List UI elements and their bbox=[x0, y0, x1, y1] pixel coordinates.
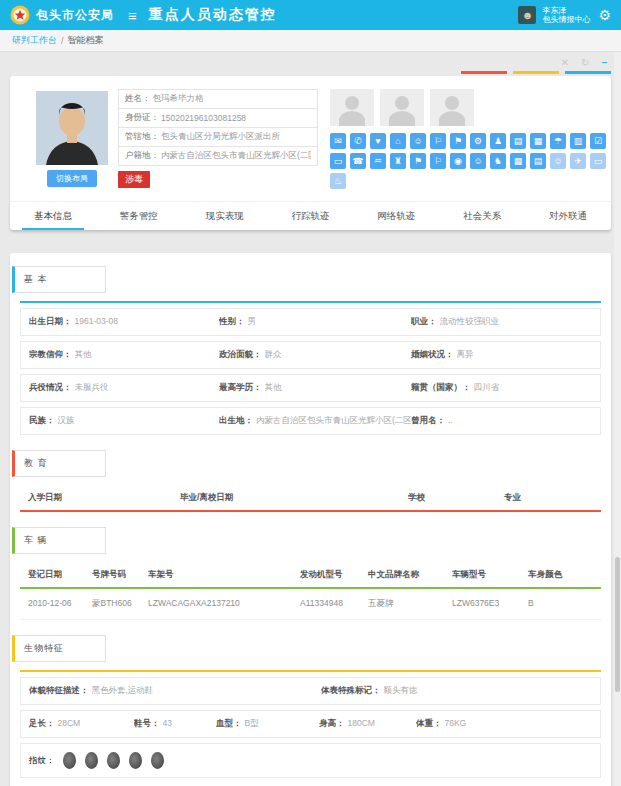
person2-icon[interactable]: ☺ bbox=[470, 153, 486, 169]
car-icon[interactable]: ⚐ bbox=[430, 153, 446, 169]
graduation-icon[interactable]: ⚑ bbox=[450, 133, 466, 149]
collapse-icon[interactable]: – bbox=[601, 58, 607, 68]
expand-icon[interactable]: ✕ bbox=[561, 58, 569, 68]
tab-reality-performance[interactable]: 现实表现 bbox=[182, 202, 268, 230]
basic-row: 民族：汉族 出生地：内蒙古自治区包头市青山区光辉小区(二区)-1-86 曾用名：… bbox=[20, 407, 601, 435]
gender-label: 性别： bbox=[219, 316, 245, 328]
truck2-icon[interactable]: ▤ bbox=[530, 153, 546, 169]
tab-movement-track[interactable]: 行踪轨迹 bbox=[268, 202, 354, 230]
person-light-icon[interactable]: ☺ bbox=[550, 153, 566, 169]
car-front-icon[interactable]: ⚙ bbox=[470, 133, 486, 149]
former-name-value: .. bbox=[448, 415, 453, 427]
cup-icon[interactable]: ♨ bbox=[330, 173, 346, 189]
fingerprint-thumbnail[interactable] bbox=[107, 752, 120, 769]
group-icon[interactable]: ☺ bbox=[410, 133, 426, 149]
check-square-icon[interactable]: ☑ bbox=[590, 133, 606, 149]
religion-value: 其他 bbox=[75, 349, 92, 361]
birth-date-label: 出生日期： bbox=[29, 316, 72, 328]
vehicle-table-header: 登记日期 号牌号码 车架号 发动机型号 中文品牌名称 车辆型号 车身颜色 bbox=[20, 562, 601, 589]
blood-type-label: 血型： bbox=[216, 718, 242, 730]
section-education: 教 育 入学日期 毕业/离校日期 学校 专业 bbox=[10, 450, 611, 512]
tab-basic-info[interactable]: 基本信息 bbox=[10, 202, 96, 230]
color-tab-strip bbox=[10, 71, 611, 74]
fingerprint-thumbnail[interactable] bbox=[63, 752, 76, 769]
birth-place-label: 出生地： bbox=[219, 415, 253, 427]
fingerprint-thumbnail[interactable] bbox=[85, 752, 98, 769]
wifi-icon[interactable]: ☂ bbox=[550, 133, 566, 149]
id-card-icon[interactable]: ▭ bbox=[330, 153, 346, 169]
vertical-scrollbar[interactable] bbox=[614, 52, 621, 786]
disc-icon[interactable]: ◉ bbox=[450, 153, 466, 169]
appearance-value: 黑色外套,运动鞋 bbox=[92, 685, 154, 697]
linked-photo-placeholder[interactable] bbox=[330, 89, 374, 126]
truck-icon[interactable]: ⚑ bbox=[410, 153, 426, 169]
scrollbar-thumb[interactable] bbox=[615, 557, 620, 692]
military-service-label: 兵役情况： bbox=[29, 382, 72, 394]
switch-layout-button[interactable]: 切换布局 bbox=[47, 170, 97, 187]
col-color: 车身颜色 bbox=[528, 569, 593, 581]
linked-photo-placeholder[interactable] bbox=[380, 89, 424, 126]
foot-length-value: 28CM bbox=[58, 718, 81, 730]
fingerprint-thumbnail[interactable] bbox=[129, 752, 142, 769]
vehicle-reg-date: 2010-12-06 bbox=[28, 598, 92, 610]
photo-column: 切换布局 bbox=[26, 89, 118, 193]
image-icon[interactable]: ▦ bbox=[530, 133, 546, 149]
police-badge-icon bbox=[10, 5, 30, 25]
profile-fields: 姓名： 包玛希毕力格 身份证： 150202196103081258 管辖地： … bbox=[118, 89, 318, 193]
breadcrumb-parent-link[interactable]: 研判工作台 bbox=[12, 34, 57, 47]
height-value: 180CM bbox=[348, 718, 375, 730]
id-label: 身份证： bbox=[125, 112, 159, 124]
refresh-icon[interactable]: ↻ bbox=[581, 58, 589, 68]
vehicle-color: B bbox=[528, 598, 593, 610]
user-info[interactable]: 李东泽 包头情报中心 bbox=[542, 6, 590, 24]
blue-tab-bar[interactable] bbox=[565, 71, 611, 74]
org-name: 包头市公安局 bbox=[36, 7, 114, 24]
chat-icon[interactable]: ✉ bbox=[330, 133, 346, 149]
phone-call-icon[interactable]: ☎ bbox=[350, 153, 366, 169]
bank-icon[interactable]: ▥ bbox=[570, 133, 586, 149]
signal-icon[interactable]: ♒ bbox=[370, 153, 386, 169]
red-tab-bar[interactable] bbox=[461, 71, 507, 74]
vehicle-vin: LZWACAGAXA2137210 bbox=[148, 598, 300, 610]
police-car-icon[interactable]: ♜ bbox=[390, 153, 406, 169]
basic-row: 出生日期：1961-03-08 性别：男 职业：流动性较强职业 bbox=[20, 308, 601, 336]
user-avatar[interactable]: ☻ bbox=[518, 6, 536, 24]
bus-icon[interactable]: ▭ bbox=[590, 153, 606, 169]
fingerprint-thumbnail[interactable] bbox=[151, 752, 164, 769]
section-education-title: 教 育 bbox=[12, 450, 106, 477]
tab-social-relations[interactable]: 社会关系 bbox=[439, 202, 525, 230]
col-engine: 发动机型号 bbox=[300, 569, 368, 581]
household-value: 内蒙古自治区包头市青山区光辉小区(二区)-1-86 bbox=[161, 150, 311, 162]
plane-icon[interactable]: ✈ bbox=[570, 153, 586, 169]
col-model: 车辆型号 bbox=[452, 569, 528, 581]
detail-card: 基 本 出生日期：1961-03-08 性别：男 职业：流动性较强职业 宗教信仰… bbox=[10, 253, 611, 786]
settings-gear-icon[interactable]: ⚙ bbox=[598, 7, 611, 23]
car-alert-icon[interactable]: ♞ bbox=[490, 153, 506, 169]
education-level-value: 其他 bbox=[265, 382, 282, 394]
person-photo[interactable] bbox=[36, 91, 108, 165]
phone-icon[interactable]: ✆ bbox=[350, 133, 366, 149]
tab-police-control[interactable]: 警务管控 bbox=[96, 202, 182, 230]
tab-external-contact[interactable]: 对外联通 bbox=[525, 202, 611, 230]
linked-photo-placeholder[interactable] bbox=[430, 89, 474, 126]
basic-row: 宗教信仰：其他 政治面貌：群众 婚姻状况：离异 bbox=[20, 341, 601, 369]
top-bar: 包头市公安局 ≡ 重点人员动态管控 ☻ 李东泽 包头情报中心 ⚙ bbox=[0, 0, 621, 30]
keyboard-icon[interactable]: ▦ bbox=[510, 153, 526, 169]
section-biometric-body: 体貌特征描述：黑色外套,运动鞋 体表特殊标记：额头有痣 足长：28CM 鞋号：4… bbox=[20, 670, 601, 778]
section-biometric-title: 生物特征 bbox=[12, 635, 106, 662]
car-side-icon[interactable]: ⚐ bbox=[430, 133, 446, 149]
shoe-size-label: 鞋号： bbox=[134, 718, 160, 730]
home-icon[interactable]: ⌂ bbox=[390, 133, 406, 149]
document-icon[interactable]: ▤ bbox=[510, 133, 526, 149]
heart-icon[interactable]: ♥ bbox=[370, 133, 386, 149]
occupation-value: 流动性较强职业 bbox=[440, 316, 500, 328]
weight-label: 体重： bbox=[416, 718, 442, 730]
vehicle-table-row[interactable]: 2010-12-06 蒙BTH606 LZWACAGAXA2137210 A11… bbox=[20, 589, 601, 620]
profile-card: 切换布局 姓名： 包玛希毕力格 身份证： 150202196103081258 … bbox=[10, 76, 611, 201]
person-icon[interactable]: ♟ bbox=[490, 133, 506, 149]
tab-network-track[interactable]: 网络轨迹 bbox=[353, 202, 439, 230]
hamburger-menu-icon[interactable]: ≡ bbox=[128, 7, 137, 24]
yellow-tab-bar[interactable] bbox=[513, 71, 559, 74]
linked-photos bbox=[330, 89, 606, 126]
jurisdiction-field: 管辖地： 包头青山区分局光辉小区派出所 bbox=[118, 128, 318, 147]
